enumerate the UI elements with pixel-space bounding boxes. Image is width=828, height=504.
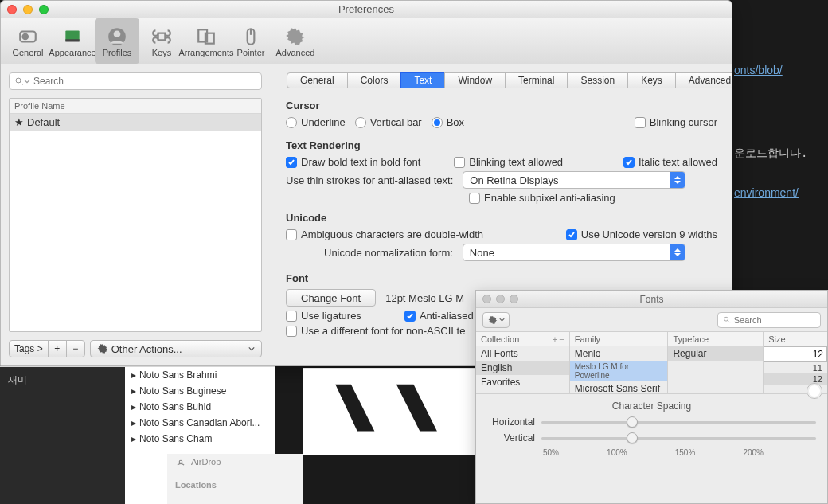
profile-table[interactable]: Profile Name ★ Default: [9, 98, 262, 332]
color-swatch[interactable]: [807, 383, 822, 399]
size-input[interactable]: [764, 346, 827, 362]
ligatures-check[interactable]: Use ligatures: [286, 310, 361, 322]
tab-keys[interactable]: Keys: [627, 72, 676, 88]
tab-advanced[interactable]: Advanced: [675, 72, 732, 88]
other-actions-button[interactable]: Other Actions...: [90, 340, 262, 357]
family-column: Family Menlo Meslo LG M for Powerline Mi…: [570, 332, 669, 393]
font-name: Noto Sans Buhid: [139, 401, 211, 412]
triangle-icon: ▸: [131, 433, 136, 444]
fonts-search-input[interactable]: [734, 315, 815, 325]
tab-text[interactable]: Text: [400, 72, 445, 88]
switch-icon: [16, 25, 40, 48]
list-item[interactable]: ▸Noto Sans Canadian Abori...: [125, 415, 275, 431]
fonts-columns: Collection+− All Fonts English Favorites…: [476, 332, 827, 394]
chevron-down-icon: [248, 346, 255, 352]
family-item[interactable]: Menlo: [570, 346, 668, 361]
collection-item[interactable]: Favorites: [476, 375, 569, 389]
cursor-vertical-radio[interactable]: Vertical bar: [355, 116, 422, 128]
tb-profiles[interactable]: Profiles: [95, 18, 139, 64]
mouse-icon: [239, 25, 263, 48]
svg-line-17: [728, 321, 729, 322]
font-heading: Font: [286, 272, 717, 284]
tab-general[interactable]: General: [287, 72, 348, 88]
bg-link-1: onts/blob/: [734, 64, 783, 76]
family-item[interactable]: Microsoft Sans Serif: [570, 381, 668, 393]
profile-name: Default: [27, 116, 60, 128]
subpixel-check[interactable]: Enable subpixel anti-aliasing: [469, 192, 615, 204]
thin-strokes-popup[interactable]: On Retina Displays: [463, 171, 685, 189]
blinking-text-check[interactable]: Blinking text allowed: [454, 156, 563, 168]
fonts-title: Fonts: [476, 294, 827, 305]
unicode9-check[interactable]: Use Unicode version 9 widths: [566, 229, 717, 240]
tb-general[interactable]: General: [6, 18, 50, 64]
tab-window[interactable]: Window: [444, 72, 506, 88]
cursor-box-radio[interactable]: Box: [432, 116, 464, 128]
fonts-titlebar: Fonts: [476, 291, 827, 308]
radio-label: Box: [447, 116, 464, 128]
cursor-underline-radio[interactable]: Underline: [286, 116, 346, 128]
italic-check[interactable]: Italic text allowed: [623, 156, 717, 168]
check-label: Blinking text allowed: [469, 156, 563, 168]
thin-strokes-label: Use thin strokes for anti-aliased text:: [286, 174, 453, 186]
tab-terminal[interactable]: Terminal: [505, 72, 568, 88]
spacing-title: Character Spacing: [487, 400, 816, 412]
svg-point-16: [724, 317, 728, 321]
add-profile-button[interactable]: +: [48, 340, 67, 357]
popup-value: On Retina Displays: [470, 174, 558, 186]
svg-point-1: [21, 33, 29, 40]
cursor-heading: Cursor: [286, 100, 717, 111]
airdrop-label: AirDrop: [191, 457, 221, 467]
profiles-sidebar: Profile Name ★ Default Tags > + − Other …: [1, 64, 271, 365]
family-item[interactable]: Meslo LG M for Powerline: [570, 361, 668, 381]
tb-keys[interactable]: Keys: [139, 18, 184, 64]
bold-font-check[interactable]: Draw bold text in bold font: [286, 156, 420, 168]
collection-item[interactable]: All Fonts: [476, 346, 569, 361]
tb-pointer[interactable]: Pointer: [228, 18, 273, 64]
windows-icon: [194, 25, 218, 48]
tb-appearance[interactable]: Appearance: [50, 18, 95, 64]
check-label: Use a different font for non-ASCII te: [301, 325, 465, 337]
list-item[interactable]: ▸Noto Sans Buhid: [125, 399, 275, 415]
antialiased-check[interactable]: Anti-aliased: [404, 310, 474, 322]
typeface-item[interactable]: Regular: [668, 346, 763, 361]
profile-header: Profile Name: [10, 99, 261, 114]
remove-profile-button[interactable]: −: [66, 340, 85, 357]
ambiguous-check[interactable]: Ambiguous characters are double-width: [286, 229, 483, 240]
star-icon: ★: [14, 116, 24, 128]
character-spacing: Character Spacing Horizontal Vertical 50…: [476, 394, 827, 463]
add-collection-button[interactable]: +: [553, 334, 557, 344]
fonts-search[interactable]: [717, 312, 821, 328]
airdrop-item[interactable]: AirDrop: [167, 454, 303, 470]
vertical-slider[interactable]: [541, 432, 816, 443]
collection-item[interactable]: Recently Used: [476, 389, 569, 393]
vertical-label: Vertical: [487, 432, 535, 443]
eye-icon: [61, 25, 84, 48]
diff-font-check[interactable]: Use a different font for non-ASCII te: [286, 325, 465, 337]
profile-row-default[interactable]: ★ Default: [10, 114, 261, 131]
horizontal-slider[interactable]: [541, 416, 816, 428]
check-label: Blinking cursor: [650, 116, 717, 128]
remove-collection-button[interactable]: −: [559, 334, 564, 344]
size-item[interactable]: 11: [764, 362, 827, 373]
profile-search[interactable]: [9, 72, 262, 90]
fonts-toolbar: [476, 308, 827, 332]
col-head: Typeface: [673, 334, 709, 344]
col-head: Collection: [481, 334, 519, 344]
scale-tick: 200%: [743, 448, 764, 457]
tags-button[interactable]: Tags >: [9, 340, 49, 357]
list-item[interactable]: ▸Noto Sans Cham: [125, 431, 275, 447]
finder-left-label: 재미: [0, 367, 125, 393]
list-item[interactable]: ▸Noto Sans Buginese: [125, 383, 275, 399]
collection-item[interactable]: English: [476, 361, 569, 375]
norm-popup[interactable]: None: [463, 244, 685, 261]
radio-label: Underline: [301, 116, 346, 128]
list-item[interactable]: ▸Noto Sans Brahmi: [125, 367, 275, 383]
change-font-button[interactable]: Change Font: [286, 289, 376, 307]
fonts-gear-button[interactable]: [482, 312, 510, 328]
profile-search-input[interactable]: [33, 76, 256, 87]
tab-session[interactable]: Session: [567, 72, 628, 88]
tb-advanced[interactable]: Advanced: [273, 18, 318, 64]
tab-colors[interactable]: Colors: [347, 72, 402, 88]
blinking-cursor-check[interactable]: Blinking cursor: [635, 116, 717, 128]
tb-arrangements[interactable]: Arrangements: [184, 18, 228, 64]
